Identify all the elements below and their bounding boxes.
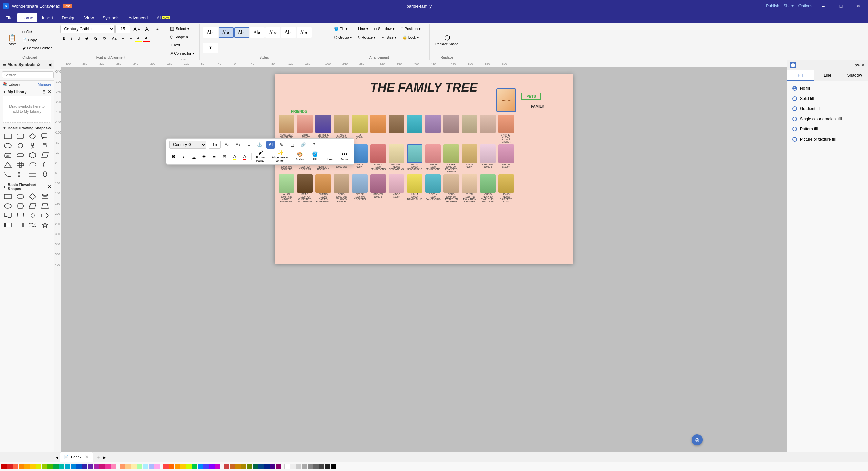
fc-parallelogram[interactable]: [27, 202, 38, 210]
fc-rounded[interactable]: [15, 192, 25, 201]
shape-rounded-rect[interactable]: [15, 132, 25, 140]
color-cream[interactable]: [131, 464, 137, 469]
bullet-list-button[interactable]: ≡: [120, 35, 126, 42]
page-prev-button[interactable]: ◀: [54, 453, 60, 462]
tt-italic-button[interactable]: I: [179, 152, 188, 160]
color-s5[interactable]: [247, 464, 252, 469]
fill-option-gradient[interactable]: Gradient fill: [790, 104, 865, 113]
color-cyan[interactable]: [65, 464, 70, 469]
right-panel-expand-button[interactable]: ≫: [855, 62, 860, 68]
right-tab-shadow[interactable]: Shadow: [841, 70, 868, 81]
tt-bg-button[interactable]: A: [230, 152, 239, 160]
color-s2[interactable]: [230, 464, 235, 469]
tt-align-left-button[interactable]: ≡: [244, 141, 253, 149]
close-drawing-shapes[interactable]: ✕: [48, 126, 51, 130]
shape-cloud[interactable]: [27, 160, 38, 169]
fc-rect[interactable]: [3, 192, 13, 201]
decrease-font-button[interactable]: A-: [143, 25, 153, 33]
color-red[interactable]: [7, 464, 13, 469]
canvas-area[interactable]: THE FAMILY TREE FRIENDS PETS FAMILY Barb…: [61, 67, 787, 452]
shape-bracket[interactable]: [40, 170, 50, 178]
tt-edit-button[interactable]: ✎: [277, 141, 286, 149]
color-teal[interactable]: [59, 464, 64, 469]
color-black[interactable]: [331, 464, 336, 469]
underline-button[interactable]: U: [75, 35, 82, 42]
tt-format-painter-button[interactable]: 🖌 FormatPainter: [254, 150, 268, 162]
color-mint[interactable]: [137, 464, 142, 469]
nav-home-button[interactable]: [790, 62, 796, 68]
tt-line-button[interactable]: — Line: [323, 150, 336, 162]
fill-option-picture[interactable]: Picture or texture fill: [790, 135, 865, 144]
fill-option-single-color-gradient[interactable]: Single color gradient fill: [790, 115, 865, 123]
color-lime[interactable]: [42, 464, 47, 469]
color-gray-light[interactable]: [296, 464, 301, 469]
color-r2[interactable]: [169, 464, 174, 469]
subscript-button[interactable]: X₂: [91, 35, 100, 42]
tt-strikethrough-button[interactable]: S: [200, 152, 209, 160]
highlight-button[interactable]: A: [135, 35, 142, 42]
color-r7[interactable]: [198, 464, 203, 469]
close-button[interactable]: ✕: [852, 0, 865, 12]
shape-triangle[interactable]: [3, 160, 13, 169]
color-s3[interactable]: [235, 464, 241, 469]
bold-button[interactable]: B: [60, 35, 68, 42]
menu-insert[interactable]: Insert: [38, 13, 57, 22]
panel-expand-button[interactable]: ◀: [48, 62, 51, 67]
color-r6[interactable]: [192, 464, 197, 469]
color-green-dark[interactable]: [53, 464, 59, 469]
color-gray-mid[interactable]: [308, 464, 313, 469]
color-skin[interactable]: [125, 464, 131, 469]
color-r8[interactable]: [203, 464, 209, 469]
fc-arrow[interactable]: [40, 211, 50, 220]
gradient-fill-radio[interactable]: [792, 106, 797, 111]
tt-grow-button[interactable]: A↑: [223, 141, 232, 149]
color-r9[interactable]: [209, 464, 215, 469]
style-swatch-5[interactable]: Abc: [265, 27, 280, 38]
color-orange[interactable]: [19, 464, 24, 469]
color-lavender[interactable]: [149, 464, 154, 469]
color-yellow[interactable]: [30, 464, 36, 469]
size-button[interactable]: ↔ Size ▾: [379, 34, 399, 41]
fc-diamond[interactable]: [27, 192, 38, 201]
fc-oval[interactable]: [3, 202, 13, 210]
color-r4[interactable]: [180, 464, 186, 469]
fill-option-no-fill[interactable]: No fill: [790, 84, 865, 93]
tt-info-button[interactable]: ?: [310, 141, 318, 149]
replace-shape-button[interactable]: ⬡ Replace Shape: [433, 30, 461, 49]
color-peach[interactable]: [120, 464, 125, 469]
align-button[interactable]: ≡: [127, 35, 134, 42]
color-s7[interactable]: [258, 464, 264, 469]
tt-numberedlist-button[interactable]: ⊟: [220, 152, 229, 160]
style-swatch-2[interactable]: Abc: [219, 27, 234, 38]
text-button[interactable]: T Text: [167, 41, 197, 49]
close-flowchart-shapes[interactable]: ✕: [48, 184, 51, 189]
color-magenta[interactable]: [94, 464, 99, 469]
add-library-button[interactable]: ⊞: [42, 89, 46, 94]
color-purple[interactable]: [88, 464, 93, 469]
color-r5[interactable]: [186, 464, 192, 469]
shape-parallelogram[interactable]: [40, 151, 50, 159]
solid-fill-radio[interactable]: [792, 96, 797, 101]
color-blue-dark[interactable]: [76, 464, 82, 469]
cut-button[interactable]: ✂ Cut: [20, 28, 54, 36]
color-green[interactable]: [47, 464, 53, 469]
color-s9[interactable]: [270, 464, 275, 469]
color-blue[interactable]: [71, 464, 76, 469]
basic-drawing-shapes-header[interactable]: ▼ Basic Drawing Shapes ✕: [3, 126, 51, 130]
fc-manual[interactable]: [15, 211, 25, 220]
connector-button[interactable]: ↗ Connector ▾: [167, 49, 197, 57]
color-s8[interactable]: [264, 464, 270, 469]
tt-underline-button[interactable]: U: [190, 152, 198, 160]
close-library-button[interactable]: ✕: [48, 89, 51, 94]
italic-button[interactable]: I: [68, 35, 74, 42]
tt-clear-button[interactable]: ◻: [288, 141, 297, 149]
select-button[interactable]: 🔲 Select ▾: [167, 25, 197, 33]
line-button[interactable]: — Line ▾: [351, 25, 371, 33]
tt-font-select[interactable]: Century G: [169, 141, 206, 149]
menu-design[interactable]: Design: [58, 13, 79, 22]
color-amber[interactable]: [24, 464, 30, 469]
color-r10[interactable]: [215, 464, 220, 469]
color-pink-light[interactable]: [111, 464, 116, 469]
add-page-button[interactable]: +: [94, 453, 102, 462]
shape-pill[interactable]: [15, 151, 25, 159]
